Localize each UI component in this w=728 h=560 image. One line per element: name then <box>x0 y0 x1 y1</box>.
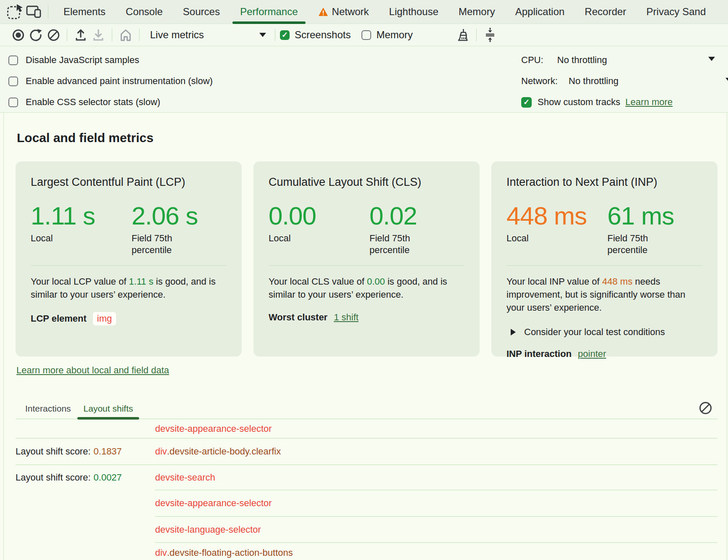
cpu-throttling-select[interactable]: No throttling <box>557 55 607 66</box>
tab-interactions[interactable]: Interactions <box>19 399 77 419</box>
collapse-sections-button[interactable] <box>481 26 499 44</box>
cpu-throttling-row: CPU: No throttling <box>521 50 728 71</box>
show-custom-tracks-label: Show custom tracks <box>538 97 620 108</box>
field-value: 0.02 <box>369 203 464 229</box>
chevron-down-icon[interactable] <box>708 57 715 61</box>
worst-cluster-link[interactable]: 1 shift <box>334 312 359 323</box>
tab-layout-shifts[interactable]: Layout shifts <box>77 399 140 419</box>
local-value: 1.11 s <box>31 203 132 229</box>
show-custom-tracks-checkbox[interactable] <box>521 97 532 108</box>
disable-js-samples-label: Disable JavaScript samples <box>26 55 139 66</box>
disclosure-triangle-icon <box>511 329 516 335</box>
block-icon <box>47 29 60 42</box>
disable-js-samples-checkbox[interactable] <box>8 55 18 65</box>
card-summary: Your local LCP value of 1.11 s is good, … <box>31 275 216 301</box>
memory-label: Memory <box>376 29 413 41</box>
element-node-link[interactable]: div.devsite-article-body.clearfix <box>155 438 717 465</box>
worst-cluster-row: Worst cluster 1 shift <box>269 312 464 323</box>
card-divider <box>506 265 702 266</box>
network-throttling-row: Network: No throttling <box>521 71 728 92</box>
download-icon <box>92 28 105 42</box>
field-label: Field 75th percentile <box>369 232 428 256</box>
divider <box>139 29 140 41</box>
save-profile-button[interactable] <box>90 26 107 44</box>
gc-button[interactable] <box>454 26 472 44</box>
lcp-element-node-link[interactable]: img <box>93 312 116 325</box>
tab-sources[interactable]: Sources <box>173 0 230 24</box>
clear-log-button[interactable] <box>699 401 712 416</box>
memory-checkbox[interactable] <box>361 30 371 40</box>
element-node-link[interactable]: devsite-appearance-selector <box>155 498 272 509</box>
card-title: Largest Contentful Paint (LCP) <box>31 176 227 189</box>
record-button[interactable] <box>9 26 27 44</box>
field-label: Field 75th percentile <box>132 232 190 256</box>
learn-more-link[interactable]: Learn more <box>625 97 673 108</box>
table-row[interactable]: devsite-language-selector <box>16 517 717 543</box>
collapse-icon <box>484 27 496 42</box>
network-throttling-select[interactable]: No throttling <box>569 76 619 87</box>
screenshots-checkbox[interactable] <box>280 30 290 40</box>
record-and-reload-button[interactable] <box>27 26 45 44</box>
record-icon <box>12 29 25 42</box>
device-toolbar-button[interactable] <box>24 3 43 21</box>
shift-score-value: 0.1837 <box>94 446 122 457</box>
network-label: Network: <box>521 76 558 87</box>
custom-tracks-row: Show custom tracks Learn more <box>521 92 728 113</box>
card-divider <box>269 265 464 266</box>
tab-network[interactable]: Network <box>308 0 379 24</box>
brush-icon <box>456 28 470 42</box>
tab-application[interactable]: Application <box>505 0 575 24</box>
local-value: 448 ms <box>506 203 607 229</box>
tab-privacy-sandbox[interactable]: Privacy Sand <box>636 0 716 24</box>
table-row[interactable]: Layout shift score:0.0027 devsite-search <box>16 465 717 490</box>
inp-interaction-link[interactable]: pointer <box>578 349 606 359</box>
card-values: 448 ms Local 61 ms Field 75th percentile <box>506 203 702 256</box>
table-row[interactable]: Layout shift score:0.1837 div.devsite-ar… <box>16 438 717 465</box>
metric-card-cls: Cumulative Layout Shift (CLS) 0.00 Local… <box>253 161 480 357</box>
chevron-down-icon <box>259 33 266 37</box>
layout-shifts-table: devsite-appearance-selector Layout shift… <box>16 419 717 558</box>
tab-recorder[interactable]: Recorder <box>575 0 636 24</box>
home-button[interactable] <box>117 26 135 44</box>
screenshots-label: Screenshots <box>295 29 351 41</box>
table-row[interactable]: devsite-appearance-selector <box>16 419 717 438</box>
tab-memory[interactable]: Memory <box>448 0 505 24</box>
device-toolbar-icon <box>26 5 42 19</box>
table-row[interactable]: devsite-appearance-selector <box>16 490 717 517</box>
load-profile-button[interactable] <box>72 26 90 44</box>
main-tab-bar: Elements Console Sources Performance Net… <box>0 0 728 24</box>
metric-card-lcp: Largest Contentful Paint (LCP) 1.11 s Lo… <box>16 161 242 357</box>
table-row[interactable]: div.devsite-floating-action-buttons <box>16 543 717 558</box>
advanced-paint-checkbox[interactable] <box>8 77 18 86</box>
element-node-link[interactable]: devsite-search <box>155 472 215 483</box>
chevron-down-icon[interactable] <box>725 78 728 82</box>
tab-elements[interactable]: Elements <box>53 0 116 24</box>
local-test-conditions-disclosure[interactable]: Consider your local test conditions <box>511 327 702 338</box>
divider <box>112 29 112 41</box>
card-divider <box>31 265 227 266</box>
tab-performance[interactable]: Performance <box>230 0 308 24</box>
clear-button[interactable] <box>45 26 62 44</box>
throttling-controls: CPU: No throttling Network: No throttlin… <box>521 50 728 113</box>
learn-more-field-data-link[interactable]: Learn more about local and field data <box>16 365 169 376</box>
block-icon <box>699 401 712 415</box>
upload-icon <box>74 28 87 42</box>
element-node-link[interactable]: devsite-language-selector <box>155 524 261 535</box>
selected-tab-underline <box>232 21 305 24</box>
tab-lighthouse[interactable]: Lighthouse <box>379 0 448 24</box>
local-label: Local <box>31 232 90 244</box>
local-value: 0.00 <box>269 203 369 229</box>
element-node-link[interactable]: div.devsite-floating-action-buttons <box>155 542 717 558</box>
inp-interaction-row: INP interaction pointer <box>506 349 702 359</box>
divider <box>476 29 477 41</box>
field-label: Field 75th percentile <box>607 232 666 256</box>
css-selector-stats-checkbox[interactable] <box>8 98 18 107</box>
shift-score-value: 0.0027 <box>94 472 122 483</box>
element-node-link[interactable]: devsite-appearance-selector <box>155 423 272 434</box>
card-title: Cumulative Layout Shift (CLS) <box>269 176 464 189</box>
panel-mode-select[interactable]: Live metrics <box>144 26 270 44</box>
inspect-element-button[interactable] <box>6 3 24 21</box>
tab-console[interactable]: Console <box>116 0 173 24</box>
log-tab-bar: Interactions Layout shifts <box>16 399 717 419</box>
advanced-paint-label: Enable advanced paint instrumentation (s… <box>26 76 213 87</box>
